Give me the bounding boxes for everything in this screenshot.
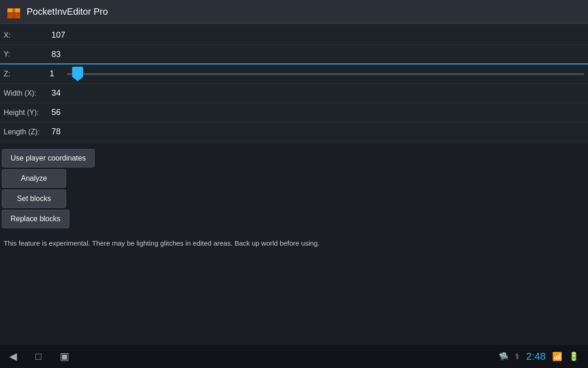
z-value: 1 bbox=[50, 69, 63, 79]
wifi-icon: 📶 bbox=[552, 351, 562, 362]
battery-icon: 🔋 bbox=[569, 351, 579, 362]
width-x-field-row: Width (X): bbox=[0, 84, 588, 103]
length-z-input[interactable] bbox=[50, 126, 584, 138]
set-blocks-button[interactable]: Set blocks bbox=[2, 190, 66, 208]
app-title: PocketInvEditor Pro bbox=[27, 6, 108, 17]
y-label: Y: bbox=[4, 50, 50, 58]
y-input[interactable] bbox=[50, 49, 584, 60]
use-player-coordinates-button[interactable]: Use player coordinates bbox=[2, 149, 95, 167]
width-x-label: Width (X): bbox=[4, 89, 50, 98]
height-y-label: Height (Y): bbox=[4, 109, 50, 117]
status-icons: 🛸 ⚕ 2:48 📶 🔋 bbox=[498, 351, 579, 362]
z-slider-container: 1 bbox=[50, 69, 584, 79]
recent-apps-button[interactable]: ▣ bbox=[60, 351, 69, 362]
analyze-button[interactable]: Analyze bbox=[2, 169, 66, 188]
status-bar: ◀ □ ▣ 🛸 ⚕ 2:48 📶 🔋 bbox=[0, 345, 588, 368]
z-slider[interactable] bbox=[67, 73, 584, 75]
height-y-field-row: Height (Y): bbox=[0, 103, 588, 122]
time-display: 2:48 bbox=[526, 351, 546, 362]
usb-icon: ⚕ bbox=[515, 351, 520, 362]
width-x-input[interactable] bbox=[50, 87, 584, 99]
back-button[interactable]: ◀ bbox=[9, 351, 17, 362]
disclaimer-text: This feature is experimental. There may … bbox=[0, 234, 588, 253]
z-field-row: Z: 1 bbox=[0, 64, 588, 84]
length-z-field-row: Length (Z): bbox=[0, 122, 588, 142]
replace-blocks-button[interactable]: Replace blocks bbox=[2, 210, 69, 228]
y-field-row: Y: bbox=[0, 45, 588, 64]
title-bar: PocketInvEditor Pro bbox=[0, 0, 588, 24]
length-z-label: Length (Z): bbox=[4, 128, 50, 136]
nav-buttons: ◀ □ ▣ bbox=[9, 351, 69, 362]
x-input[interactable] bbox=[50, 29, 584, 41]
x-field-row: X: bbox=[0, 26, 588, 45]
height-y-input[interactable] bbox=[50, 107, 584, 118]
svg-rect-5 bbox=[7, 12, 20, 14]
buttons-section: Use player coordinates Analyze Set block… bbox=[0, 144, 588, 234]
android-icon: 🛸 bbox=[498, 351, 509, 362]
x-label: X: bbox=[4, 31, 50, 40]
home-button[interactable]: □ bbox=[35, 351, 41, 362]
content-area: X: Y: Z: 1 Width (X): Height (Y): Length… bbox=[0, 24, 588, 144]
app-icon bbox=[6, 4, 22, 20]
z-label: Z: bbox=[4, 70, 50, 78]
